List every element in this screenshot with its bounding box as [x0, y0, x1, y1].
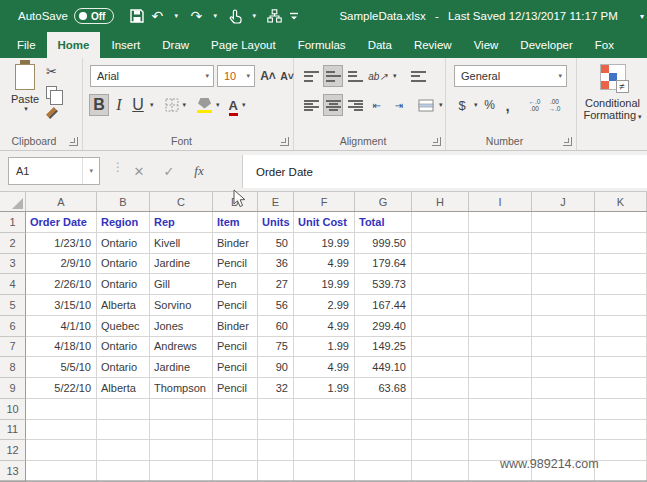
cell-E3[interactable]: 36: [258, 254, 294, 275]
cell-K10[interactable]: [595, 399, 647, 420]
cell-F10[interactable]: [294, 399, 355, 420]
hierarchy-button[interactable]: [265, 5, 283, 27]
cell-J3[interactable]: [532, 254, 595, 275]
redo-button[interactable]: ↷: [187, 5, 205, 27]
title-dropdown-chevron[interactable]: ▾: [640, 12, 644, 21]
cell-B2[interactable]: Ontario: [97, 233, 150, 254]
cell-B3[interactable]: Ontario: [97, 254, 150, 275]
tab-page-layout[interactable]: Page Layout: [200, 32, 287, 58]
column-header-E[interactable]: E: [258, 192, 294, 211]
tab-review[interactable]: Review: [403, 32, 463, 58]
cell-E10[interactable]: [258, 399, 294, 420]
cell-I5[interactable]: [469, 295, 532, 316]
cell-H8[interactable]: [412, 357, 469, 378]
enter-button[interactable]: ✓: [158, 164, 180, 179]
row-header-9[interactable]: 9: [0, 378, 26, 399]
cell-E11[interactable]: [258, 420, 294, 441]
cell-I6[interactable]: [469, 316, 532, 337]
number-format-combo[interactable]: General ▾: [454, 65, 567, 87]
cell-J2[interactable]: [532, 233, 595, 254]
cell-G7[interactable]: 149.25: [355, 337, 412, 358]
cell-A9[interactable]: 5/22/10: [26, 378, 97, 399]
cell-A8[interactable]: 5/5/10: [26, 357, 97, 378]
cell-H3[interactable]: [412, 254, 469, 275]
fill-color-button[interactable]: [196, 94, 213, 116]
cell-F6[interactable]: 4.99: [294, 316, 355, 337]
row-header-4[interactable]: 4: [0, 274, 26, 295]
column-header-H[interactable]: H: [412, 192, 469, 211]
font-dialog-launcher[interactable]: [280, 137, 289, 146]
name-box[interactable]: A1 ▾: [8, 157, 100, 185]
percent-style-button[interactable]: %: [480, 94, 500, 116]
cell-I3[interactable]: [469, 254, 532, 275]
cell-B6[interactable]: Quebec: [97, 316, 150, 337]
tab-home[interactable]: Home: [47, 32, 101, 58]
cell-H12[interactable]: [412, 440, 469, 461]
cell-C9[interactable]: Thompson: [150, 378, 213, 399]
alignment-dialog-launcher[interactable]: [432, 137, 441, 146]
cell-E9[interactable]: 32: [258, 378, 294, 399]
cell-H1[interactable]: [412, 212, 469, 233]
row-header-8[interactable]: 8: [0, 357, 26, 378]
cell-I7[interactable]: [469, 337, 532, 358]
cell-I8[interactable]: [469, 357, 532, 378]
cell-E8[interactable]: 90: [258, 357, 294, 378]
cell-C4[interactable]: Gill: [150, 274, 213, 295]
column-header-J[interactable]: J: [532, 192, 595, 211]
number-format-dropdown[interactable]: ▾: [558, 72, 562, 80]
cell-F9[interactable]: 1.99: [294, 378, 355, 399]
cell-I2[interactable]: [469, 233, 532, 254]
increase-decimal-button[interactable]: ←.0 .00: [526, 94, 544, 116]
autosave-toggle[interactable]: Off: [74, 8, 114, 24]
cell-D9[interactable]: Pencil: [213, 378, 258, 399]
cell-B1[interactable]: Region: [97, 212, 150, 233]
cell-A13[interactable]: [26, 461, 97, 482]
merge-center-button[interactable]: [417, 94, 435, 116]
copy-button[interactable]: ▾: [42, 83, 80, 101]
cell-J11[interactable]: [532, 420, 595, 441]
cell-D2[interactable]: Binder: [213, 233, 258, 254]
cell-H9[interactable]: [412, 378, 469, 399]
cell-A11[interactable]: [26, 420, 97, 441]
comma-style-button[interactable]: ,: [502, 94, 514, 116]
bold-button[interactable]: B: [89, 94, 109, 116]
decrease-indent-button[interactable]: ⇤: [367, 94, 387, 116]
select-all-corner[interactable]: [0, 192, 26, 211]
cell-E1[interactable]: Units: [258, 212, 294, 233]
borders-button[interactable]: [164, 94, 180, 116]
row-header-6[interactable]: 6: [0, 316, 26, 337]
cell-F2[interactable]: 19.99: [294, 233, 355, 254]
font-size-dropdown[interactable]: ▾: [246, 72, 250, 80]
cut-button[interactable]: ✂: [42, 62, 80, 80]
format-painter-button[interactable]: [42, 104, 80, 122]
cell-B4[interactable]: Ontario: [97, 274, 150, 295]
customize-qat-button[interactable]: [285, 5, 303, 27]
orientation-button[interactable]: ab↗: [367, 65, 389, 87]
cell-F8[interactable]: 4.99: [294, 357, 355, 378]
cell-H6[interactable]: [412, 316, 469, 337]
font-name-combo[interactable]: Arial ▾: [90, 65, 214, 87]
cell-K4[interactable]: [595, 274, 647, 295]
cell-K9[interactable]: [595, 378, 647, 399]
cell-B13[interactable]: [97, 461, 150, 482]
touch-mouse-mode-button[interactable]: [226, 5, 244, 27]
cell-H11[interactable]: [412, 420, 469, 441]
cell-F5[interactable]: 2.99: [294, 295, 355, 316]
cell-K2[interactable]: [595, 233, 647, 254]
decrease-decimal-button[interactable]: .00 →.0: [545, 94, 563, 116]
cell-K5[interactable]: [595, 295, 647, 316]
cell-G13[interactable]: [355, 461, 412, 482]
cell-G12[interactable]: [355, 440, 412, 461]
increase-indent-button[interactable]: ⇥: [389, 94, 409, 116]
number-dialog-launcher[interactable]: [563, 137, 572, 146]
conditional-formatting-button[interactable]: ≠ Conditional Formatting▾: [578, 58, 647, 150]
cell-C10[interactable]: [150, 399, 213, 420]
insert-function-button[interactable]: fx: [188, 163, 210, 179]
save-button[interactable]: [128, 5, 146, 27]
clipboard-dialog-launcher[interactable]: [69, 137, 78, 146]
cell-C8[interactable]: Jardine: [150, 357, 213, 378]
cell-E7[interactable]: 75: [258, 337, 294, 358]
cell-A4[interactable]: 2/26/10: [26, 274, 97, 295]
cell-A10[interactable]: [26, 399, 97, 420]
row-header-12[interactable]: 12: [0, 440, 26, 461]
